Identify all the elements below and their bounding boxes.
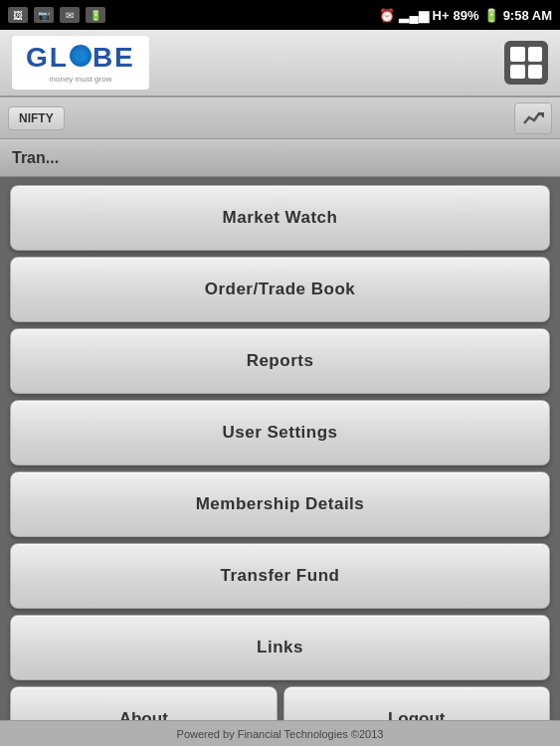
- grid-cell-3: [510, 65, 525, 80]
- links-button[interactable]: Links: [10, 615, 550, 680]
- grid-cell-2: [528, 47, 543, 62]
- photo-icon: 🖼: [8, 7, 28, 23]
- logo-text-be: BE: [93, 42, 135, 74]
- logo-container: GL BE money must grow: [12, 36, 149, 90]
- battery-percent: 89%: [454, 8, 479, 23]
- membership-details-button[interactable]: Membership Details: [10, 471, 550, 537]
- main-menu-area: Market Watch Order/Trade Book Reports Us…: [0, 177, 560, 746]
- time-display: 9:58 AM: [503, 8, 552, 23]
- clock-icon: ⏰: [379, 8, 395, 23]
- ticker-bar: NIFTY: [0, 97, 560, 139]
- status-icons-left: 🖼 📷 ✉ 🔋: [8, 7, 105, 23]
- battery-icon: 🔋: [483, 8, 499, 23]
- market-watch-button[interactable]: Market Watch: [10, 185, 550, 251]
- chart-icon: [522, 109, 544, 127]
- status-info-right: ⏰ ▂▄▆ H+ 89% 🔋 9:58 AM: [379, 8, 552, 23]
- mail-icon: ✉: [60, 7, 80, 23]
- page-title-bar: Tran...: [0, 139, 560, 177]
- camera-icon: 📷: [34, 7, 54, 23]
- chart-button[interactable]: [514, 102, 552, 134]
- network-type: H+: [433, 8, 450, 23]
- grid-menu-icon[interactable]: [504, 41, 548, 85]
- order-trade-book-button[interactable]: Order/Trade Book: [10, 257, 550, 322]
- logo-o-circle: [70, 45, 92, 67]
- powered-by-footer: Powered by Financial Technologies ©2013: [0, 720, 560, 746]
- powered-by-text: Powered by Financial Technologies ©2013: [177, 728, 384, 740]
- user-settings-button[interactable]: User Settings: [10, 400, 550, 466]
- reports-button[interactable]: Reports: [10, 328, 550, 394]
- status-bar: 🖼 📷 ✉ 🔋 ⏰ ▂▄▆ H+ 89% 🔋 9:58 AM: [0, 0, 560, 30]
- transfer-fund-button[interactable]: Transfer Fund: [10, 543, 550, 609]
- signal-bars: ▂▄▆: [399, 8, 428, 23]
- grid-cell-4: [528, 65, 543, 80]
- logo-tagline: money must grow: [26, 75, 135, 84]
- logo-text-gl: GL: [26, 42, 69, 74]
- battery-app-icon: 🔋: [86, 7, 105, 23]
- app-header: GL BE money must grow: [0, 30, 560, 97]
- grid-cell-1: [510, 47, 525, 62]
- page-title: Tran...: [12, 149, 59, 167]
- nifty-badge[interactable]: NIFTY: [8, 106, 65, 130]
- logo: GL BE money must grow: [26, 42, 135, 84]
